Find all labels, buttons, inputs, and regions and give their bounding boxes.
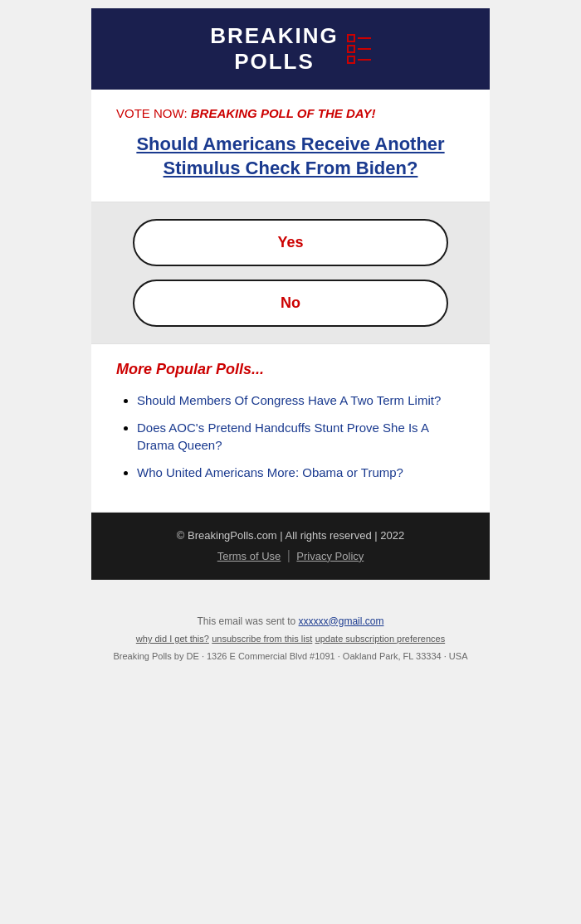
email-container: BREAKING POLLS xyxy=(91,8,490,580)
email-footer: This email was sent to xxxxxx@gmail.com … xyxy=(0,588,581,678)
unsubscribe-link[interactable]: unsubscribe from this list xyxy=(212,634,312,644)
address-line: Breaking Polls by DE · 1326 E Commercial… xyxy=(17,649,564,665)
more-polls-section: More Popular Polls... Should Members Of … xyxy=(91,344,490,513)
footer: © BreakingPolls.com | All rights reserve… xyxy=(91,513,490,580)
list-item: Does AOC's Pretend Handcuffs Stunt Prove… xyxy=(137,419,465,454)
polls-list: Should Members Of Congress Have A Two Te… xyxy=(116,391,465,481)
icon-row-2 xyxy=(347,45,371,53)
poll-link-1[interactable]: Should Members Of Congress Have A Two Te… xyxy=(137,393,441,407)
icon-line-3 xyxy=(358,59,371,61)
small-links: why did I get this? unsubscribe from thi… xyxy=(17,630,564,649)
icon-box-1 xyxy=(347,34,355,42)
poll-link-3[interactable]: Who United Americans More: Obama or Trum… xyxy=(137,465,403,479)
header-title: BREAKING POLLS xyxy=(210,23,339,75)
footer-copyright: © BreakingPolls.com | All rights reserve… xyxy=(108,529,473,542)
icon-box-2 xyxy=(347,45,355,53)
icon-box-3 xyxy=(347,56,355,64)
breaking-polls-icon xyxy=(347,34,371,64)
update-preferences-link[interactable]: update subscription preferences xyxy=(315,634,446,644)
page-wrapper: BREAKING POLLS xyxy=(0,0,581,924)
buttons-section: Yes No xyxy=(91,202,490,344)
poll-link-2[interactable]: Does AOC's Pretend Handcuffs Stunt Prove… xyxy=(137,421,428,452)
icon-row-3 xyxy=(347,56,371,64)
icon-line-2 xyxy=(358,48,371,50)
icon-line-1 xyxy=(358,37,371,39)
footer-separator: | xyxy=(287,548,290,562)
no-button[interactable]: No xyxy=(133,280,448,327)
icon-row-1 xyxy=(347,34,371,42)
email-sent-line: This email was sent to xxxxxx@gmail.com xyxy=(17,613,564,631)
yes-button[interactable]: Yes xyxy=(133,219,448,266)
sent-to-text: This email was sent to xyxy=(198,615,296,627)
more-polls-title: More Popular Polls... xyxy=(116,361,465,378)
header: BREAKING POLLS xyxy=(91,8,490,90)
email-address-link[interactable]: xxxxxx@gmail.com xyxy=(299,615,384,627)
vote-section: VOTE NOW: BREAKING POLL OF THE DAY! Shou… xyxy=(91,90,490,202)
list-item: Should Members Of Congress Have A Two Te… xyxy=(137,391,465,409)
poll-question: Should Americans Receive Another Stimulu… xyxy=(116,129,465,188)
title-line1: BREAKING xyxy=(210,23,339,48)
privacy-policy-link[interactable]: Privacy Policy xyxy=(296,550,364,562)
list-item: Who United Americans More: Obama or Trum… xyxy=(137,464,465,481)
header-title-text: BREAKING POLLS xyxy=(210,23,339,75)
vote-label-bold: BREAKING POLL OF THE DAY! xyxy=(191,106,376,120)
title-line2: POLLS xyxy=(234,49,315,74)
footer-links: Terms of Use | Privacy Policy xyxy=(108,548,473,563)
terms-of-use-link[interactable]: Terms of Use xyxy=(217,550,281,562)
why-link[interactable]: why did I get this? xyxy=(136,634,209,644)
vote-label: VOTE NOW: BREAKING POLL OF THE DAY! xyxy=(116,106,465,120)
vote-label-static: VOTE NOW: xyxy=(116,106,191,120)
